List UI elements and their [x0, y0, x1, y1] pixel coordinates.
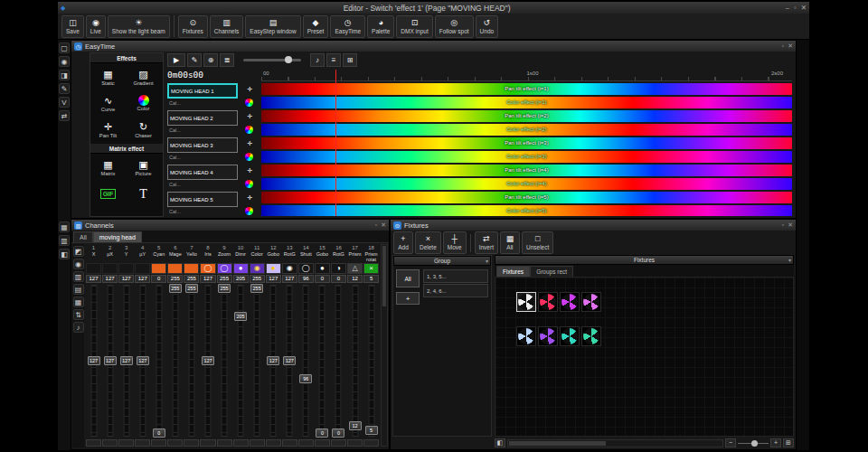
timeline-playhead[interactable]	[335, 70, 336, 216]
channels-scrollbar[interactable]	[381, 244, 388, 447]
channel-preset-swatch[interactable]: △	[347, 263, 363, 274]
fixtures-hscrollbar[interactable]	[507, 439, 723, 447]
maximize-icon[interactable]: ▫	[794, 4, 797, 12]
channel-preset-swatch[interactable]	[167, 263, 183, 274]
fixtures-grid[interactable]	[495, 277, 794, 437]
unselect-button[interactable]: □Unselect	[522, 231, 553, 254]
matrix-view-icon[interactable]: ▦	[73, 297, 84, 307]
color-effect-bar[interactable]: Color effect (i=4)	[261, 178, 792, 190]
channel-preset-box[interactable]	[266, 439, 281, 447]
timeline-ruler[interactable]: 00 1s00 2s00	[261, 69, 792, 81]
channel-preset-swatch[interactable]: ●	[233, 263, 249, 274]
grid-view-icon[interactable]: ▦	[59, 221, 70, 232]
fader-handle[interactable]: 255	[250, 284, 263, 293]
group-item-odd[interactable]: 1, 3, 5...	[423, 269, 488, 283]
channels-panel-header[interactable]: ▥ Channels ▫ ✕	[71, 220, 389, 231]
channel-preset-box[interactable]	[250, 439, 265, 447]
list-view-button[interactable]: ≡	[326, 53, 341, 67]
color-effect-bar[interactable]: Color effect (i=3)	[261, 151, 792, 163]
fixtures-zoom-slider[interactable]	[738, 439, 769, 447]
palette-tool-icon[interactable]: ◨	[59, 70, 70, 80]
fixture-icon-1[interactable]	[516, 292, 536, 312]
effect-gif[interactable]: GIF	[90, 181, 126, 207]
fader-handle[interactable]: 127	[104, 356, 117, 365]
channel-fader[interactable]: 5	[363, 283, 379, 438]
delete-button[interactable]: ×Delete	[415, 231, 441, 254]
channel-fader[interactable]: 255	[217, 283, 232, 438]
show-the-light-beam-button[interactable]: ☀Show the light beam	[108, 15, 170, 38]
effect-color[interactable]: Color	[126, 90, 161, 117]
scrollbar-thumb[interactable]	[382, 246, 386, 306]
channel-preset-box[interactable]	[331, 439, 346, 447]
color-wheel-tool-icon[interactable]: ◉	[59, 56, 70, 67]
fixture-icon-7[interactable]	[560, 326, 580, 346]
fader-handle[interactable]: 127	[267, 356, 279, 365]
easytime-panel-header[interactable]: ◷ EasyTime ▫ ✕	[71, 41, 796, 52]
zoom-in-button[interactable]: +	[770, 438, 781, 447]
fixtures-panel-header[interactable]: ⊙ Fixtures ▫ ✕	[391, 220, 796, 231]
channel-fader[interactable]: 127	[135, 283, 150, 438]
effect-pan-tilt[interactable]: ✛Pan Tilt	[90, 117, 126, 143]
pan-tilt-effect-bar[interactable]: Pan tilt effect (i=3)	[261, 137, 792, 149]
channel-preset-swatch[interactable]	[151, 263, 166, 274]
channel-fader[interactable]: 205	[233, 283, 249, 438]
fader-handle[interactable]: 127	[283, 356, 296, 365]
channel-preset-box[interactable]	[200, 439, 215, 447]
channel-fader[interactable]: 12	[347, 283, 363, 438]
channel-fader[interactable]: 255	[250, 283, 265, 438]
pointer-tool-icon[interactable]: ▢	[59, 42, 70, 53]
timeline-fixture-2[interactable]: MOVING HEAD 2	[167, 110, 238, 126]
pan-tilt-effect-bar[interactable]: Pan tilt effect (i=2)	[261, 110, 792, 122]
fader-handle[interactable]: 255	[169, 284, 182, 293]
channel-preset-box[interactable]	[282, 439, 297, 447]
beam-tool-icon[interactable]: V	[59, 97, 70, 108]
effect-gradient[interactable]: ▨Gradient	[126, 64, 161, 90]
follow-spot-button[interactable]: ◎Follow spot	[435, 15, 474, 38]
panel-close-icon[interactable]: ✕	[381, 221, 386, 229]
fixture-icon-6[interactable]	[538, 326, 558, 346]
save-button[interactable]: ◫Save	[61, 15, 84, 38]
invert-button[interactable]: ⇄Invert	[475, 231, 498, 254]
channel-fader[interactable]: 96	[298, 283, 314, 438]
effect-curve[interactable]: ∿Curve	[90, 90, 126, 117]
channel-preset-swatch[interactable]	[184, 263, 199, 274]
zoom-out-button[interactable]: −	[725, 438, 736, 447]
channel-preset-box[interactable]	[167, 439, 183, 447]
add-button[interactable]: +Add	[393, 231, 413, 254]
faders-view-icon[interactable]: ▥	[59, 235, 70, 246]
channel-preset-box[interactable]	[102, 439, 118, 447]
fixture-icon-4[interactable]	[581, 292, 601, 312]
channel-preset-box[interactable]	[118, 439, 134, 447]
channel-preset-box[interactable]	[151, 439, 166, 447]
channel-preset-swatch[interactable]: ●	[315, 263, 330, 274]
pan-tilt-effect-bar[interactable]: Pan tilt effect (i=1)	[261, 83, 792, 95]
panel-maximize-icon[interactable]: ▫	[782, 42, 784, 50]
channel-fader[interactable]: 255	[184, 283, 199, 438]
undo-button[interactable]: ↺Undo	[476, 15, 499, 38]
color-effect-bar[interactable]: Color effect (i=1)	[261, 97, 792, 108]
effect-text[interactable]: T	[126, 181, 161, 207]
effect-static[interactable]: ▦Static	[90, 64, 126, 90]
fader-handle[interactable]: 0	[153, 428, 165, 438]
timeline-zoom-slider[interactable]	[243, 59, 301, 61]
move-button[interactable]: ┼Move	[443, 231, 467, 254]
channel-preset-swatch[interactable]: ◯	[217, 263, 232, 274]
channel-preset-swatch[interactable]: ◉	[250, 263, 265, 274]
panel-maximize-icon[interactable]: ▫	[375, 221, 377, 229]
effect-matrix[interactable]: ▦Matrix	[90, 155, 126, 181]
channel-preset-swatch[interactable]	[86, 263, 101, 274]
fader-handle[interactable]: 12	[349, 421, 362, 430]
channel-preset-swatch[interactable]: ×	[363, 263, 379, 274]
faders-icon[interactable]: ▥	[73, 271, 84, 282]
panel-close-icon[interactable]: ✕	[788, 221, 793, 229]
fader-handle[interactable]: 255	[185, 284, 198, 293]
channels-button[interactable]: ▥Channels	[210, 15, 243, 38]
group-all-button[interactable]: All	[396, 269, 420, 287]
channel-fader[interactable]: 0	[151, 283, 166, 438]
tab-groups-rect[interactable]: Groups rect	[530, 266, 573, 277]
titlebar[interactable]: ◆ Editor - Switch 'effect 1' (Page "MOVI…	[58, 2, 809, 14]
fader-handle[interactable]: 127	[88, 356, 100, 365]
minimize-icon[interactable]: –	[786, 4, 789, 12]
effect-picture[interactable]: ▣Picture	[126, 155, 161, 181]
channel-preset-box[interactable]	[86, 439, 101, 447]
